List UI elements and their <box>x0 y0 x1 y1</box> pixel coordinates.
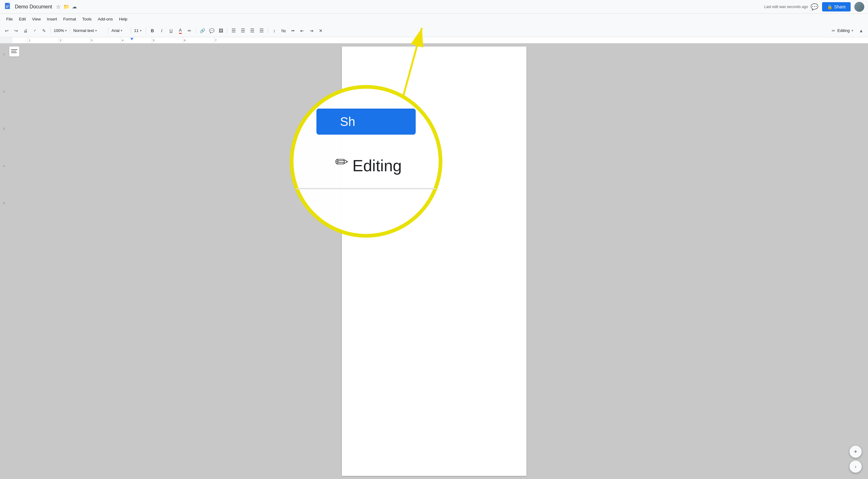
menu-file[interactable]: File <box>4 16 15 23</box>
line-number-1: 1 <box>3 53 6 90</box>
font-chevron-icon: ▾ <box>121 29 122 32</box>
toolbar-divider-6 <box>196 28 196 34</box>
header-right: 💬 🔒 Share <box>811 2 864 12</box>
menu-tools[interactable]: Tools <box>80 16 94 23</box>
toolbar-divider-2 <box>70 28 70 34</box>
title-bar: Demo Document ☆ 📁 ☁ Last edit was second… <box>0 0 868 13</box>
editing-chevron-icon: ▾ <box>851 29 853 32</box>
svg-rect-22 <box>11 51 16 52</box>
menu-bar: File Edit View Insert Format Tools Add-o… <box>0 13 868 24</box>
zoom-selector[interactable]: 100% ▾ <box>53 26 68 35</box>
bottom-right-buttons: + › <box>849 446 862 473</box>
line-number-2: 2 <box>3 90 6 127</box>
toolbar-divider-1 <box>50 28 51 34</box>
share-label: Share <box>834 4 846 9</box>
ruler-inner: 1 2 3 4 5 6 7 <box>12 37 868 43</box>
svg-text:7: 7 <box>215 39 217 42</box>
zoom-value: 100% <box>54 28 64 33</box>
ruler: 1 2 3 4 5 6 7 <box>0 37 868 43</box>
last-edit-text: Last edit was seconds ago <box>764 5 808 9</box>
paragraph-style-selector[interactable]: Normal text ▾ <box>72 26 106 35</box>
align-center-button[interactable]: ☰ <box>239 26 247 35</box>
svg-rect-23 <box>11 53 17 53</box>
numbered-list-button[interactable]: № <box>279 26 288 35</box>
menu-addons[interactable]: Add-ons <box>95 16 115 23</box>
title-icons: ☆ 📁 ☁ <box>56 3 77 10</box>
outline-icon[interactable] <box>9 47 19 57</box>
doc-area <box>6 43 862 479</box>
add-icon: + <box>854 449 858 455</box>
svg-rect-5 <box>6 7 8 7</box>
toolbar: ↩ ↪ 🖨 ✓ ✎ 100% ▾ Normal text ▾ Arial ▾ 1… <box>0 24 868 37</box>
app-icon <box>4 2 12 11</box>
document-title[interactable]: Demo Document <box>15 4 52 10</box>
line-spacing-button[interactable]: ↕ <box>270 26 279 35</box>
svg-rect-3 <box>6 5 9 6</box>
spell-check-button[interactable]: ✓ <box>30 26 39 35</box>
svg-text:2: 2 <box>60 39 61 42</box>
undo-button[interactable]: ↩ <box>2 26 11 35</box>
italic-button[interactable]: I <box>157 26 166 35</box>
toolbar-divider-5 <box>146 28 146 34</box>
clear-format-button[interactable]: ✕ <box>316 26 325 35</box>
font-size-selector[interactable]: 11 ▾ <box>133 26 144 35</box>
align-right-button[interactable]: ☰ <box>248 26 256 35</box>
insert-comment-button[interactable]: 💬 <box>207 26 216 35</box>
share-button[interactable]: 🔒 Share <box>822 2 850 11</box>
decrease-indent-button[interactable]: ⇤ <box>298 26 307 35</box>
align-left-button[interactable]: ☰ <box>229 26 238 35</box>
left-margin: 1 2 3 4 5 <box>0 43 6 479</box>
right-panel <box>862 43 868 479</box>
svg-marker-20 <box>130 38 133 40</box>
star-icon[interactable]: ☆ <box>56 3 61 10</box>
font-size-value: 11 <box>134 28 138 33</box>
text-color-button[interactable]: A <box>176 26 185 35</box>
document-page[interactable] <box>342 47 526 476</box>
line-number-4: 4 <box>3 164 6 202</box>
add-fab-button[interactable]: + <box>849 446 862 458</box>
svg-text:3: 3 <box>91 39 92 42</box>
increase-indent-button[interactable]: ⇥ <box>307 26 316 35</box>
folder-icon[interactable]: 📁 <box>63 4 69 10</box>
menu-edit[interactable]: Edit <box>17 16 28 23</box>
line-number-5: 5 <box>3 202 6 239</box>
svg-text:1: 1 <box>29 39 30 42</box>
bold-button[interactable]: B <box>148 26 157 35</box>
main-area: 1 2 3 4 5 <box>0 43 868 479</box>
paint-format-button[interactable]: ✎ <box>40 26 49 35</box>
paragraph-style-chevron-icon: ▾ <box>95 29 97 32</box>
chevron-right-icon: › <box>855 464 857 469</box>
collapse-fab-button[interactable]: › <box>849 460 862 473</box>
toolbar-divider-3 <box>108 28 108 34</box>
svg-rect-21 <box>11 49 18 50</box>
svg-text:4: 4 <box>122 39 123 42</box>
font-value: Arial <box>112 28 119 33</box>
redo-button[interactable]: ↪ <box>12 26 21 35</box>
svg-text:5: 5 <box>153 39 154 42</box>
bulleted-list-button[interactable]: •• <box>288 26 297 35</box>
menu-insert[interactable]: Insert <box>44 16 60 23</box>
underline-button[interactable]: U <box>166 26 175 35</box>
lock-icon: 🔒 <box>827 4 832 9</box>
editing-mode-selector[interactable]: ✏ Editing ▾ <box>829 26 856 35</box>
editing-mode-label: Editing <box>837 28 850 33</box>
toolbar-divider-7 <box>227 28 227 34</box>
font-selector[interactable]: Arial ▾ <box>110 26 129 35</box>
line-number-3: 3 <box>3 127 6 164</box>
insert-image-button[interactable]: 🖼 <box>217 26 225 35</box>
pencil-editing-icon: ✏ <box>832 28 835 33</box>
menu-view[interactable]: View <box>29 16 43 23</box>
avatar[interactable] <box>854 2 864 12</box>
link-button[interactable]: 🔗 <box>198 26 207 35</box>
text-color-icon: A <box>179 28 182 34</box>
menu-help[interactable]: Help <box>117 16 130 23</box>
comments-icon[interactable]: 💬 <box>811 3 818 10</box>
menu-format[interactable]: Format <box>61 16 79 23</box>
print-button[interactable]: 🖨 <box>21 26 30 35</box>
svg-text:6: 6 <box>184 39 186 42</box>
cloud-icon[interactable]: ☁ <box>72 4 77 10</box>
highlight-button[interactable]: ✏ <box>185 26 194 35</box>
align-justify-button[interactable]: ☰ <box>257 26 266 35</box>
toolbar-divider-4 <box>131 28 131 34</box>
collapse-toolbar-button[interactable]: ▲ <box>857 26 866 35</box>
